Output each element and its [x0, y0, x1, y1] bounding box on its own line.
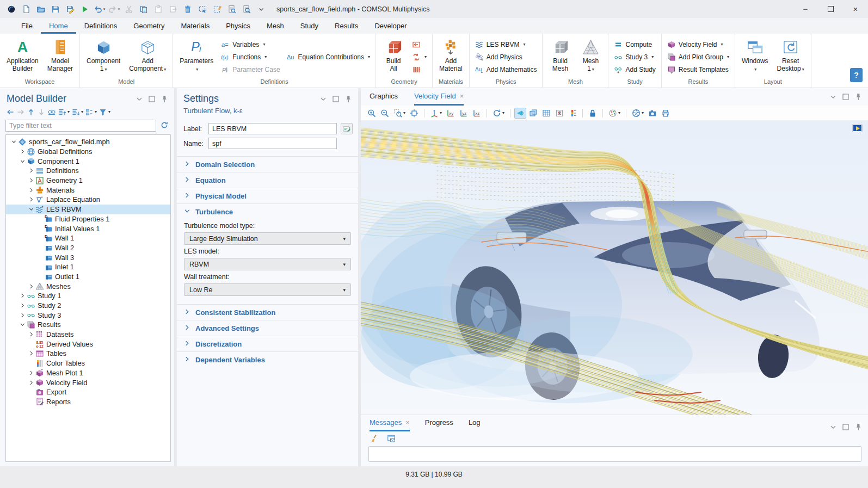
build-all-button[interactable]: BuildAll	[379, 35, 408, 78]
expand-twisty-icon[interactable]	[28, 370, 34, 376]
tab-log[interactable]: Log	[469, 418, 481, 431]
tree-item-wall-1[interactable]: DWall 1	[6, 233, 170, 243]
collapse-twisty-icon[interactable]	[19, 158, 26, 164]
expand-twisty-icon[interactable]	[19, 293, 26, 299]
model-manager-button[interactable]: ModelManager	[44, 35, 77, 78]
add-mathematics-button[interactable]: ΔuAdd Mathematics	[472, 64, 540, 76]
expand-all-button[interactable]: ▾	[57, 107, 70, 117]
tree-item-study-2[interactable]: Study 2	[6, 301, 170, 311]
dropdown-wall-treatment[interactable]: Low Re▾	[184, 283, 351, 296]
plot-window-icon[interactable]	[852, 124, 863, 132]
expand-section-icon[interactable]	[184, 160, 190, 169]
tree-item-study-1[interactable]: Study 1	[6, 291, 170, 301]
tree-item-color-tables[interactable]: Color Tables	[6, 359, 170, 368]
filter-button[interactable]: ▾	[98, 107, 111, 117]
move-up-button[interactable]	[26, 107, 36, 117]
maximize-button[interactable]	[818, 0, 843, 18]
collapse-twisty-icon[interactable]	[28, 206, 34, 212]
back-button[interactable]	[5, 107, 15, 117]
model-tree-node-text-button[interactable]: ▾	[84, 107, 97, 117]
menu-tab-definitions[interactable]: Definitions	[76, 18, 126, 34]
component-1-button[interactable]: Component1▾	[83, 35, 124, 78]
add-plot-group-button[interactable]: Add Plot Group▾	[664, 51, 732, 63]
panel-pin-icon[interactable]	[160, 95, 169, 103]
expand-section-icon[interactable]	[184, 340, 190, 348]
expand-twisty-icon[interactable]	[19, 302, 26, 308]
menu-tab-geometry[interactable]: Geometry	[125, 18, 173, 34]
expand-section-icon[interactable]	[184, 356, 190, 364]
tree-item-inlet-1[interactable]: Inlet 1	[6, 262, 170, 272]
expand-twisty-icon[interactable]	[28, 187, 34, 193]
panel-pin-icon[interactable]	[854, 423, 863, 431]
show-button[interactable]	[47, 107, 57, 117]
dropdown-les-model[interactable]: RBVM▾	[184, 258, 351, 270]
menu-tab-study[interactable]: Study	[292, 18, 327, 34]
tree-item-datasets[interactable]: Datasets	[6, 330, 170, 339]
geometry-array-button[interactable]	[409, 64, 429, 76]
tree-item-mesh-plot-1[interactable]: *Mesh Plot 1	[6, 368, 170, 378]
expand-section-icon[interactable]	[184, 192, 190, 200]
menu-tab-home[interactable]: Home	[41, 18, 76, 34]
add-component-button[interactable]: AddComponent▾	[125, 35, 170, 78]
find-button[interactable]	[225, 3, 238, 16]
cut-button[interactable]	[122, 3, 136, 16]
expand-twisty-icon[interactable]	[19, 149, 26, 155]
scene-light-button[interactable]	[514, 108, 526, 119]
panel-menu-icon[interactable]	[829, 92, 838, 101]
section-header-dependent-variables[interactable]: Dependent Variables	[177, 352, 358, 367]
tree-item-reports[interactable]: Reports	[6, 397, 170, 407]
expand-twisty-icon[interactable]	[28, 380, 34, 386]
tree-item-study-3[interactable]: Study 3	[6, 310, 170, 320]
tab-close-icon[interactable]: ×	[405, 420, 410, 425]
menu-tab-results[interactable]: Results	[327, 18, 366, 34]
panel-float-icon[interactable]	[841, 423, 850, 431]
expand-twisty-icon[interactable]	[28, 196, 34, 202]
add-physics-button[interactable]: Add Physics	[472, 51, 540, 63]
delete-button[interactable]	[181, 3, 194, 16]
find-zoom-button[interactable]	[239, 3, 253, 16]
mesh-1-button[interactable]: Mesh1▾	[576, 35, 605, 78]
name-input[interactable]	[208, 138, 337, 149]
copy-button[interactable]	[137, 3, 150, 16]
section-header-discretization[interactable]: Discretization	[177, 336, 358, 351]
tab-velocity-field[interactable]: Velocity Field×	[414, 92, 464, 106]
tree-item-geometry-1[interactable]: Geometry 1	[6, 176, 170, 186]
expand-section-icon[interactable]	[184, 308, 190, 317]
velocity-field-button[interactable]: Velocity Field▾	[664, 39, 732, 51]
tab-graphics[interactable]: Graphics	[370, 92, 398, 106]
zoom-out-button[interactable]	[379, 108, 391, 119]
section-header-physical-model[interactable]: Physical Model	[177, 188, 358, 203]
save-button[interactable]	[48, 3, 62, 16]
snapshot-button[interactable]: ▾	[630, 108, 645, 119]
panel-menu-icon[interactable]	[135, 95, 144, 103]
zoom-extents-button[interactable]	[408, 108, 420, 119]
section-header-advanced-settings[interactable]: Advanced Settings	[177, 320, 358, 336]
zoom-in-button[interactable]	[366, 108, 378, 119]
geometry-import-button[interactable]	[409, 39, 429, 51]
redo-button[interactable]: ▾	[107, 3, 121, 16]
view-3d-button[interactable]: ▾	[428, 108, 444, 119]
duplicate-button[interactable]	[166, 3, 180, 16]
tree-item-global-definitions[interactable]: Global Definitions	[6, 147, 170, 157]
panel-float-icon[interactable]	[841, 92, 850, 101]
qat-more-button[interactable]	[254, 3, 268, 16]
tree-item-outlet-1[interactable]: Outlet 1	[6, 272, 170, 282]
transparency-button[interactable]	[527, 108, 539, 119]
build-mesh-button[interactable]: BuildMesh	[545, 35, 575, 78]
zoom-box-button[interactable]: ▾	[392, 108, 407, 119]
compute-button[interactable]: Compute	[611, 39, 658, 51]
tree-item-export[interactable]: Export	[6, 387, 170, 397]
rename-icon[interactable]	[341, 123, 353, 134]
refresh-icon[interactable]	[160, 121, 169, 131]
variables-button[interactable]: a=Variables▾	[218, 39, 282, 51]
print-button[interactable]	[660, 108, 672, 119]
expand-section-icon[interactable]	[184, 324, 190, 332]
open-file-button[interactable]	[34, 3, 47, 16]
study-3-button[interactable]: Study 3▾	[611, 51, 658, 63]
section-header-domain-selection[interactable]: Domain Selection	[177, 157, 358, 172]
tab-progress[interactable]: Progress	[425, 418, 453, 431]
collapse-all-button[interactable]: ▾	[71, 107, 84, 117]
minimize-button[interactable]: −	[793, 0, 818, 18]
section-header-consistent-stabilization[interactable]: Consistent Stabilization	[177, 305, 358, 320]
les-rbvm-button[interactable]: LES RBVM▾	[472, 39, 540, 51]
